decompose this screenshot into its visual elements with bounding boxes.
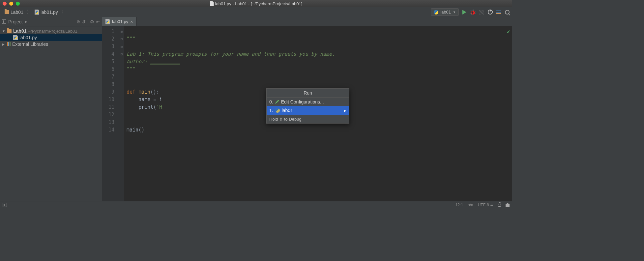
code-line: name = i [127,97,162,102]
tree-root[interactable]: ▼ Lab01 ~/PycharmProjects/Lab01 [0,28,102,34]
code-text: ( [153,104,156,110]
python-icon [434,10,438,14]
hide-icon[interactable]: ⇤ [96,19,100,24]
pencil-icon [275,100,279,104]
hector-icon[interactable] [506,203,510,207]
tool-window-icon[interactable] [3,203,7,207]
lock-icon[interactable] [498,204,501,207]
breadcrumb-project-label: Lab01 [11,10,23,15]
cursor-position[interactable]: 12:1 [455,203,463,207]
gear-icon[interactable]: ⚙ [90,19,94,24]
grid-icon [479,10,484,14]
clock-icon [488,10,493,14]
project-tool-window: Project ▶ ⊕ ⇵ ⚙ ⇤ ▼ Lab01 ~/PycharmProje… [0,17,102,201]
play-icon [462,10,466,14]
debug-button[interactable]: 🐞 [470,9,476,15]
collapse-icon[interactable]: ⇵ [82,19,86,24]
code-text [127,104,138,110]
folder-icon [7,29,12,33]
code-line: __________ [150,59,180,65]
popup-num: 1. [269,108,273,113]
python-icon [275,108,280,113]
code-line: """ [127,66,135,72]
fold-gutter: ⊟⊟⊟⊟ [119,26,124,201]
encoding-arrow: ≑ [490,203,493,207]
file-icon [210,1,214,6]
project-root-path: ~/PycharmProjects/Lab01 [28,29,77,34]
navigation-bar: Lab01 〉 lab01.py 〉 lab01 ▼ 🐞 [0,7,512,17]
chevron-right-icon[interactable]: ▶ [25,20,27,23]
sidebar-title: Project [8,19,23,24]
chevron-down-icon: ▼ [2,29,5,33]
code-editor[interactable]: 1234567891011121314 ⊟⊟⊟⊟ """ Lab 1: This… [102,26,512,201]
chevron-right-icon: 〉 [27,9,31,15]
python-file-icon [105,19,110,24]
popup-hint: Hold ⇧ to Debug [267,115,349,123]
coverage-button[interactable] [479,9,484,15]
encoding[interactable]: UTF-8 [478,203,489,207]
run-config-label: lab01 [440,10,451,14]
code-text: print [138,104,153,110]
titlebar: lab01.py - Lab01 - [~/PycharmProjects/La… [0,0,512,7]
code-line: main() [127,127,144,133]
project-root-label: Lab01 [13,28,26,34]
run-popup: Run 0. Edit Configurations... 1. lab01 ▶… [266,88,349,124]
code-keyword: def [127,89,138,95]
target-icon[interactable]: ⊕ [76,19,80,24]
popup-item-label: Edit Configurations... [281,99,324,104]
popup-title: Run [267,89,349,98]
popup-item-label: lab01 [282,108,293,113]
tree-file-label: lab01.py [19,35,37,40]
run-config-dropdown[interactable]: lab01 ▼ [431,8,459,16]
tree-external-libs[interactable]: ▶ External Libraries [0,41,102,47]
breadcrumb-file[interactable]: lab01.py [32,9,61,15]
code-text: (): [150,89,159,95]
popup-edit-configs[interactable]: 0. Edit Configurations... [267,98,349,106]
external-libs-label: External Libraries [12,42,48,47]
lines-icon [496,11,501,14]
line-gutter: 1234567891011121314 [102,26,119,201]
run-button[interactable] [461,9,467,15]
chevron-right-icon: ▶ [344,109,346,112]
editor-tabs: lab01.py × [102,17,512,26]
folder-icon [5,10,9,14]
chevron-right-icon: 〉 [61,9,66,15]
library-icon [7,42,11,46]
check-icon: ✔ [507,28,510,35]
python-file-icon [13,35,18,40]
code-line: Lab 1: This program prompts for your nam… [127,51,335,57]
divider [88,19,88,24]
editor-tab[interactable]: lab01.py × [102,17,136,26]
tree-file[interactable]: lab01.py [0,34,102,41]
window-minimize-icon[interactable] [9,2,13,6]
status-bar: 12:1 n/a UTF-8 ≑ [0,201,512,208]
python-file-icon [35,10,39,15]
popup-hint-text: Hold ⇧ to Debug [269,117,302,122]
chevron-down-icon: ▼ [453,11,456,14]
tab-label: lab01.py [112,19,128,24]
window-close-icon[interactable] [3,2,7,6]
project-view-icon[interactable] [2,19,6,24]
code-fn: main [138,89,150,95]
breadcrumb: Lab01 〉 lab01.py 〉 [2,9,66,15]
window-zoom-icon[interactable] [16,2,20,6]
popup-num: 0. [269,99,273,104]
line-sep[interactable]: n/a [468,203,473,207]
close-icon[interactable]: × [130,19,133,24]
chevron-right-icon: ▶ [2,43,5,46]
structure-button[interactable] [496,9,502,15]
window-title: lab01.py - Lab01 - [~/PycharmProjects/La… [215,1,303,6]
search-button[interactable] [504,9,510,15]
update-button[interactable] [487,9,493,15]
code-text: 'H [156,104,162,110]
code-line: """ [127,36,135,42]
search-icon [505,10,510,14]
popup-run-lab01[interactable]: 1. lab01 ▶ [267,106,349,115]
code-line: Author: [127,59,150,65]
breadcrumb-project[interactable]: Lab01 [2,9,26,15]
breadcrumb-file-label: lab01.py [41,10,58,15]
